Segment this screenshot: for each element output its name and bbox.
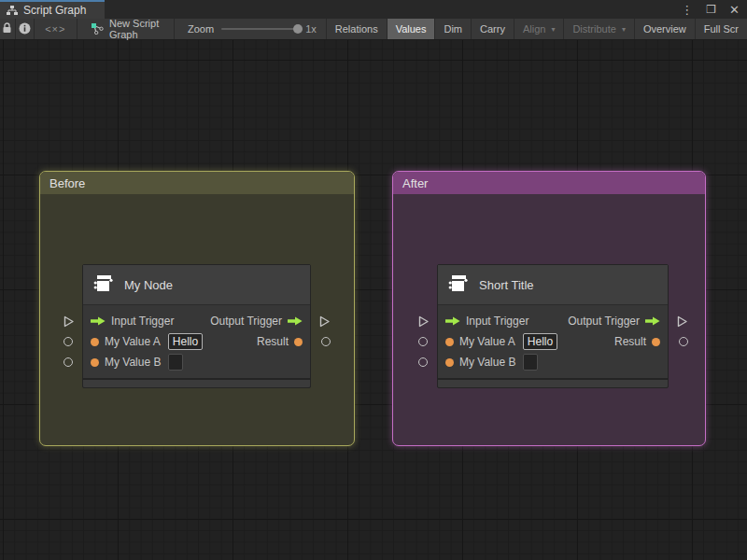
value-b-outer-port[interactable] (63, 357, 73, 367)
dim-button[interactable]: Dim (435, 19, 472, 39)
maximize-icon[interactable]: ❒ (706, 4, 716, 15)
kebab-menu-icon[interactable]: ⋮ (681, 4, 693, 16)
trigger-out-icon[interactable] (645, 316, 660, 326)
zoom-slider[interactable] (221, 28, 298, 30)
node-header[interactable]: Short Title (438, 265, 668, 305)
unit-icon (92, 273, 115, 298)
new-script-graph-button[interactable]: New Script Graph (78, 19, 175, 39)
info-icon (19, 22, 31, 36)
value-b-port-icon[interactable] (445, 358, 454, 367)
value-b-port-icon[interactable] (91, 358, 99, 367)
value-a-outer-port[interactable] (63, 337, 73, 346)
result-port-icon[interactable] (652, 338, 660, 346)
relations-button[interactable]: Relations (327, 19, 388, 39)
input-trigger-label: Input Trigger (111, 315, 174, 328)
input-trigger-label: Input Trigger (466, 315, 529, 328)
window-controls: ⋮ ❒ ✕ (681, 0, 747, 19)
trigger-in-icon[interactable] (445, 316, 460, 326)
close-icon[interactable]: ✕ (729, 4, 740, 16)
node-title: Short Title (479, 278, 534, 292)
new-script-graph-label: New Script Graph (109, 18, 162, 40)
align-label: Align (523, 23, 545, 35)
graph-canvas[interactable]: Before After My Node (0, 40, 747, 560)
zoom-control: Zoom 1x (175, 19, 327, 39)
input-trigger-outer-port[interactable] (418, 315, 430, 331)
value-a-outer-port[interactable] (418, 337, 428, 346)
group-after-title: After (402, 176, 428, 190)
carry-label: Carry (480, 23, 505, 35)
code-icon: <×> (45, 23, 65, 35)
trigger-out-icon[interactable] (288, 316, 303, 326)
zoom-value: 1x (305, 23, 317, 35)
result-outer-port[interactable] (321, 337, 331, 346)
result-outer-port[interactable] (679, 337, 688, 346)
value-a-label: My Value A (105, 335, 161, 348)
lock-button[interactable] (0, 19, 16, 39)
group-before-header[interactable]: Before (40, 172, 354, 194)
unit-icon (446, 273, 470, 298)
carry-button[interactable]: Carry (472, 19, 514, 39)
code-preview-button[interactable]: <×> (35, 19, 78, 39)
node-my-node[interactable]: My Node Input Trigger Output Trigger (82, 264, 311, 388)
output-trigger-label: Output Trigger (568, 315, 640, 328)
values-label: Values (396, 23, 427, 35)
value-a-input[interactable]: Hello (168, 333, 203, 350)
node-header[interactable]: My Node (83, 265, 310, 305)
input-trigger-outer-port[interactable] (63, 315, 75, 331)
value-b-input[interactable] (523, 354, 538, 371)
lock-icon (2, 22, 12, 35)
tab-title: Script Graph (23, 4, 86, 17)
trigger-in-icon[interactable] (91, 316, 106, 326)
fullscreen-label: Full Scr (704, 23, 739, 35)
script-graph-icon (91, 22, 104, 36)
graph-toolbar: <×> New Script Graph Zoom 1x Relations V… (0, 19, 747, 40)
overview-button[interactable]: Overview (635, 19, 696, 39)
distribute-label: Distribute (572, 23, 615, 35)
chevron-down-icon: ▾ (551, 25, 555, 34)
value-b-label: My Value B (105, 356, 161, 369)
graph-hierarchy-icon (7, 6, 18, 16)
align-button[interactable]: Align ▾ (514, 19, 564, 39)
node-title: My Node (124, 278, 173, 292)
distribute-button[interactable]: Distribute ▾ (564, 19, 634, 39)
chevron-down-icon: ▾ (622, 25, 626, 34)
output-trigger-outer-port[interactable] (677, 315, 688, 331)
node-footer (438, 378, 668, 387)
relations-label: Relations (335, 23, 378, 35)
value-b-label: My Value B (459, 356, 515, 369)
value-a-label: My Value A (459, 335, 515, 348)
overview-label: Overview (643, 23, 686, 35)
dim-label: Dim (444, 23, 462, 35)
values-button[interactable]: Values (388, 19, 436, 39)
node-short-title[interactable]: Short Title Input Trigger Output Trigger (437, 264, 669, 388)
value-a-input[interactable]: Hello (523, 333, 557, 350)
tab-script-graph[interactable]: Script Graph (0, 0, 105, 19)
zoom-label: Zoom (188, 23, 214, 35)
value-b-input[interactable] (168, 354, 183, 371)
value-a-port-icon[interactable] (445, 338, 454, 346)
result-port-icon[interactable] (294, 338, 303, 346)
output-trigger-outer-port[interactable] (319, 315, 331, 331)
group-before-title: Before (49, 176, 85, 190)
group-after-header[interactable]: After (393, 172, 705, 194)
value-b-outer-port[interactable] (418, 357, 428, 367)
value-a-port-icon[interactable] (91, 338, 99, 346)
output-trigger-label: Output Trigger (210, 315, 282, 328)
result-label: Result (257, 335, 289, 348)
info-button[interactable] (16, 19, 35, 39)
zoom-slider-handle[interactable] (293, 24, 303, 34)
node-footer (83, 378, 310, 387)
result-label: Result (614, 335, 646, 348)
tab-bar: Script Graph ⋮ ❒ ✕ (0, 0, 747, 19)
fullscreen-button[interactable]: Full Scr (696, 19, 747, 39)
